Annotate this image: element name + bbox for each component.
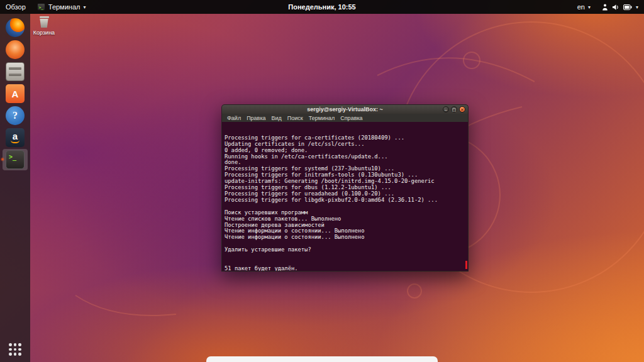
- dock-item-amazon[interactable]: a: [3, 127, 28, 148]
- ubuntu-software-icon: A: [6, 84, 25, 103]
- dock-item-terminal[interactable]: >_: [3, 149, 28, 170]
- clock-label: Понедельник, 10:55: [288, 3, 355, 11]
- dock-item-files[interactable]: [3, 61, 28, 82]
- bottom-panel-edge: [206, 356, 438, 362]
- keyboard-layout-menu[interactable]: en ▾: [572, 0, 596, 14]
- app-menu-label: Терминал: [48, 3, 80, 11]
- terminal-line: Running hooks in /etc/ca-certificates/up…: [225, 154, 468, 160]
- window-titlebar[interactable]: sergiy@sergiy-VirtualBox: ~ – ▢ ✕: [221, 104, 469, 114]
- dock-item-ubuntu-software[interactable]: A: [3, 83, 28, 104]
- close-button[interactable]: ✕: [459, 106, 465, 112]
- window-title: sergiy@sergiy-VirtualBox: ~: [222, 106, 468, 112]
- chevron-down-icon: ▾: [588, 4, 591, 10]
- battery-icon: [623, 4, 632, 10]
- activities-label: Обзор: [6, 3, 26, 11]
- dock: A ? a >_: [0, 14, 30, 362]
- maximize-button[interactable]: ▢: [451, 106, 457, 112]
- menu-file[interactable]: Файл: [225, 115, 243, 121]
- volume-icon: [612, 4, 619, 11]
- terminal-icon: >_: [6, 150, 25, 169]
- terminal-app-icon: >_: [37, 3, 45, 11]
- terminal-lines: Processing triggers for ca-certificates …: [225, 135, 468, 272]
- software-center-icon: [6, 40, 25, 59]
- keyboard-layout-label: en: [577, 3, 585, 11]
- menu-edit[interactable]: Правка: [244, 115, 268, 121]
- desktop-trash[interactable]: Корзина: [33, 16, 55, 36]
- dock-item-help[interactable]: ?: [3, 105, 28, 126]
- terminal-line: 51 пакет будет удалён.: [225, 266, 468, 272]
- menu-terminal[interactable]: Терминал: [306, 115, 337, 121]
- a11y-icon: [602, 4, 608, 11]
- terminal-output[interactable]: Processing triggers for ca-certificates …: [221, 122, 469, 272]
- help-icon: ?: [6, 106, 25, 125]
- chevron-down-icon: ▾: [83, 4, 86, 10]
- terminal-line: Processing triggers for libgdk-pixbuf2.0…: [225, 197, 468, 204]
- trash-label: Корзина: [33, 30, 55, 36]
- terminal-line: Чтение информации о состоянии... Выполне…: [225, 234, 468, 241]
- menu-help[interactable]: Справка: [338, 115, 365, 121]
- system-menu[interactable]: ▾: [596, 0, 644, 14]
- activities-button[interactable]: Обзор: [0, 0, 31, 14]
- terminal-scrollbar-indicator[interactable]: [465, 261, 467, 269]
- menu-view[interactable]: Вид: [269, 115, 284, 121]
- chevron-down-icon: ▾: [636, 4, 638, 10]
- window-menubar: Файл Правка Вид Поиск Терминал Справка: [221, 114, 469, 122]
- dock-item-firefox[interactable]: [3, 17, 28, 38]
- terminal-line: Удалить устаревшие пакеты?: [225, 247, 468, 253]
- firefox-icon: [6, 18, 25, 37]
- dock-item-software-center[interactable]: [3, 39, 28, 60]
- show-applications-button[interactable]: [8, 342, 23, 357]
- app-menu[interactable]: >_ Терминал ▾: [31, 0, 92, 14]
- terminal-line: Чтение списков пакетов... Выполнено: [225, 216, 468, 222]
- amazon-icon: a: [6, 128, 25, 147]
- clock-button[interactable]: Понедельник, 10:55: [282, 0, 361, 14]
- minimize-button[interactable]: –: [443, 106, 449, 112]
- terminal-line: [225, 253, 468, 260]
- files-icon: [6, 62, 25, 81]
- top-bar: Обзор >_ Терминал ▾ Понедельник, 10:55 e…: [0, 0, 644, 14]
- terminal-window: sergiy@sergiy-VirtualBox: ~ – ▢ ✕ Файл П…: [221, 104, 469, 272]
- menu-search[interactable]: Поиск: [285, 115, 306, 121]
- trash-icon: [39, 16, 50, 28]
